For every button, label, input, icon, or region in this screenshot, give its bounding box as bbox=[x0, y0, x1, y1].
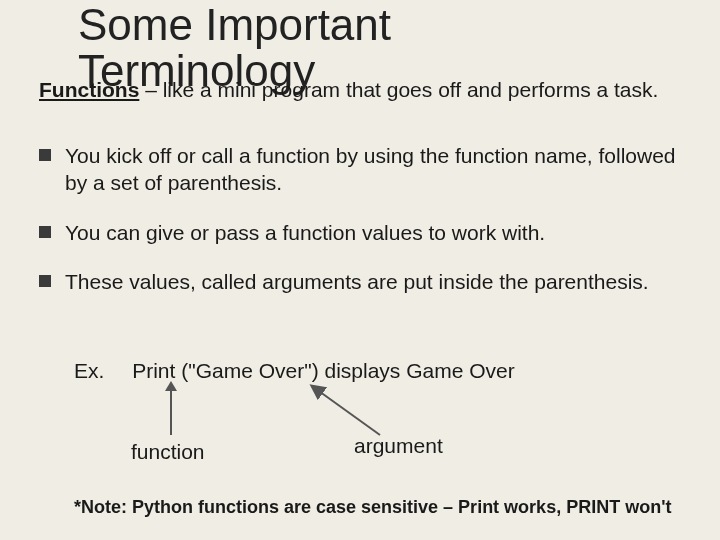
term-functions: Functions bbox=[39, 78, 139, 101]
example-label: Ex. bbox=[74, 359, 104, 383]
list-item: These values, called arguments are put i… bbox=[39, 268, 679, 295]
intro-rest: – like a mini program that goes off and … bbox=[139, 78, 658, 101]
bullet-text: These values, called arguments are put i… bbox=[65, 268, 649, 295]
bullet-text: You kick off or call a function by using… bbox=[65, 142, 679, 197]
intro-line: Functions – like a mini program that goe… bbox=[39, 76, 679, 103]
annotation-labels: function argument bbox=[0, 440, 720, 490]
label-function: function bbox=[131, 440, 205, 464]
bullet-text: You can give or pass a function values t… bbox=[65, 219, 545, 246]
list-item: You kick off or call a function by using… bbox=[39, 142, 679, 197]
svg-line-0 bbox=[316, 389, 380, 435]
bullet-icon bbox=[39, 226, 51, 238]
example-line: Ex. Print ("Game Over") displays Game Ov… bbox=[74, 359, 515, 383]
list-item: You can give or pass a function values t… bbox=[39, 219, 679, 246]
bullet-icon bbox=[39, 275, 51, 287]
bullet-list: You kick off or call a function by using… bbox=[39, 142, 679, 317]
bullet-icon bbox=[39, 149, 51, 161]
example-code: Print ("Game Over") displays Game Over bbox=[132, 359, 515, 382]
label-argument: argument bbox=[354, 434, 443, 458]
footnote: *Note: Python functions are case sensiti… bbox=[74, 497, 694, 518]
